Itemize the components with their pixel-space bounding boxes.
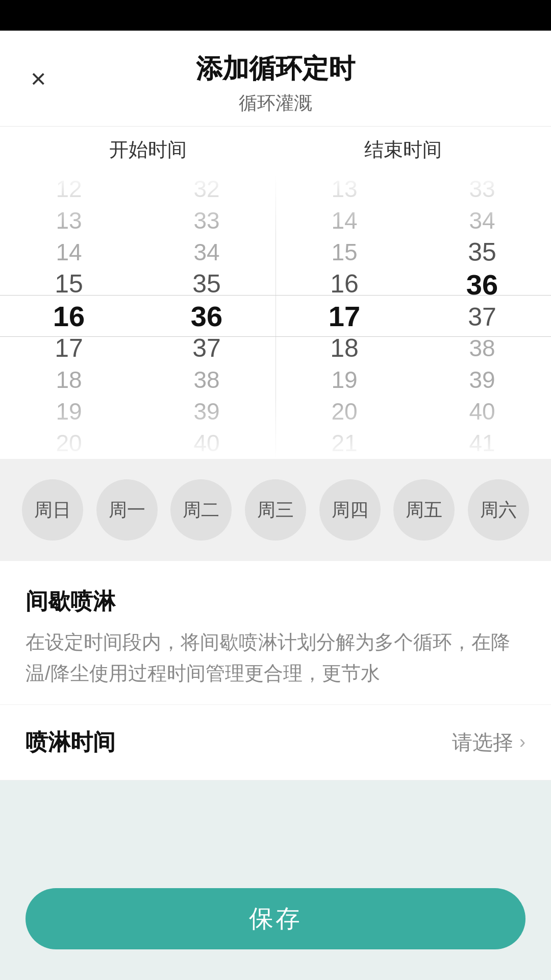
weekday-btn-2[interactable]: 周二: [170, 479, 232, 541]
spray-time-label: 喷淋时间: [26, 727, 115, 757]
page-title: 添加循环定时: [196, 51, 355, 87]
picker-item[interactable]: 18: [0, 364, 138, 396]
picker-item[interactable]: 34: [138, 236, 276, 268]
picker-item[interactable]: 20: [276, 396, 413, 427]
picker-item[interactable]: 17: [276, 300, 413, 333]
end-hour-column[interactable]: 131415161718192021: [276, 173, 413, 459]
start-time-label: 开始时间: [109, 137, 187, 163]
spray-time-row[interactable]: 喷淋时间 请选择 ›: [0, 705, 551, 780]
page-subtitle: 循环灌溉: [196, 91, 355, 116]
picker-item[interactable]: 38: [413, 333, 551, 364]
picker-item[interactable]: 15: [276, 236, 413, 268]
picker-item[interactable]: 39: [138, 396, 276, 427]
picker-item[interactable]: 38: [138, 364, 276, 396]
end-time-label: 结束时间: [364, 137, 442, 163]
weekday-section: 周日周一周二周三周四周五周六: [0, 459, 551, 561]
spray-time-placeholder: 请选择: [452, 728, 513, 756]
feature-title: 间歇喷淋: [26, 586, 525, 617]
picker-item[interactable]: 35: [138, 268, 276, 300]
picker-item[interactable]: 35: [413, 236, 551, 268]
picker-item[interactable]: 34: [413, 205, 551, 236]
picker-item[interactable]: 39: [413, 364, 551, 396]
save-button[interactable]: 保存: [26, 888, 525, 949]
weekday-btn-0[interactable]: 周日: [22, 479, 83, 541]
picker-item[interactable]: 41: [413, 427, 551, 459]
picker-item[interactable]: 33: [138, 205, 276, 236]
picker-item[interactable]: 36: [413, 268, 551, 301]
weekday-btn-4[interactable]: 周四: [319, 479, 381, 541]
picker-item[interactable]: 14: [276, 205, 413, 236]
picker-item[interactable]: 40: [413, 396, 551, 427]
time-picker-section: 开始时间 结束时间 121314151617181920 32333435363…: [0, 127, 551, 459]
picker-item[interactable]: 19: [276, 364, 413, 396]
picker-item[interactable]: 16: [0, 300, 138, 333]
weekday-btn-6[interactable]: 周六: [468, 479, 529, 541]
picker-item[interactable]: 13: [0, 205, 138, 236]
time-labels: 开始时间 结束时间: [0, 137, 551, 173]
picker-item[interactable]: 18: [276, 333, 413, 364]
picker-item[interactable]: 16: [276, 268, 413, 300]
picker-item[interactable]: 33: [413, 173, 551, 205]
picker-item[interactable]: 40: [138, 427, 276, 459]
picker-item[interactable]: 15: [0, 268, 138, 300]
picker-item[interactable]: 36: [138, 300, 276, 333]
header-text: 添加循环定时 循环灌溉: [196, 51, 355, 116]
picker-item[interactable]: 37: [413, 301, 551, 333]
weekday-btn-1[interactable]: 周一: [96, 479, 158, 541]
feature-description: 在设定时间段内，将间歇喷淋计划分解为多个循环，在降温/降尘使用过程时间管理更合理…: [26, 627, 525, 689]
picker-container[interactable]: 121314151617181920 323334353637383940 13…: [0, 173, 551, 459]
picker-item[interactable]: 21: [276, 427, 413, 459]
bottom-area: 保存: [0, 780, 551, 980]
picker-item[interactable]: 32: [138, 173, 276, 205]
weekday-btn-5[interactable]: 周五: [393, 479, 455, 541]
weekday-btn-3[interactable]: 周三: [245, 479, 306, 541]
picker-item[interactable]: 37: [138, 333, 276, 364]
feature-section: 间歇喷淋 在设定时间段内，将间歇喷淋计划分解为多个循环，在降温/降尘使用过程时间…: [0, 561, 551, 705]
picker-item[interactable]: 14: [0, 236, 138, 268]
header: × 添加循环定时 循环灌溉: [0, 31, 551, 127]
start-minute-column[interactable]: 323334353637383940: [138, 173, 276, 459]
picker-item[interactable]: 13: [276, 173, 413, 205]
picker-item[interactable]: 17: [0, 333, 138, 364]
chevron-right-icon: ›: [519, 731, 525, 753]
status-bar: [0, 0, 551, 31]
picker-item[interactable]: 20: [0, 427, 138, 459]
spray-time-select[interactable]: 请选择 ›: [452, 728, 525, 756]
end-minute-column[interactable]: 333435363738394041: [413, 173, 551, 459]
picker-item[interactable]: 12: [0, 173, 138, 205]
start-hour-column[interactable]: 121314151617181920: [0, 173, 138, 459]
close-button[interactable]: ×: [31, 65, 46, 92]
picker-item[interactable]: 19: [0, 396, 138, 427]
